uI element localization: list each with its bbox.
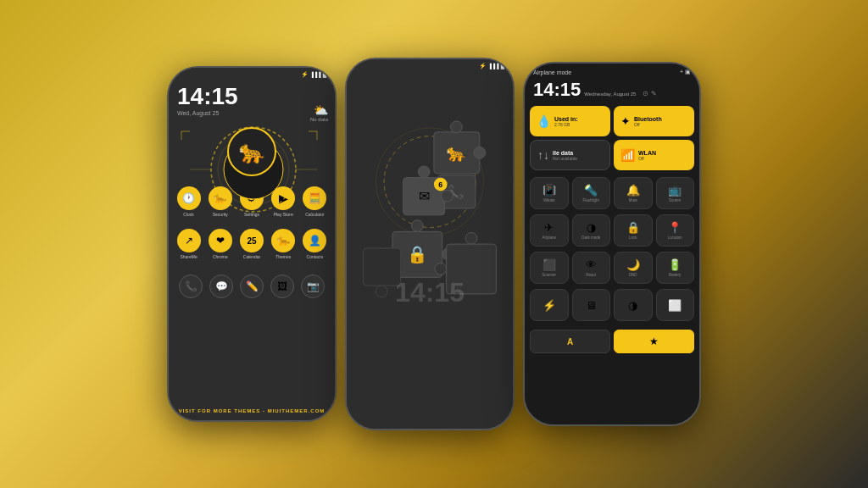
btn-scanner[interactable]: ⬛ Scanner	[530, 252, 569, 284]
btn-cast[interactable]: 🖥	[572, 289, 611, 321]
btn-airplane[interactable]: ✈ Airplane	[530, 214, 569, 247]
screen-label: Screen	[669, 198, 681, 202]
middle-time: 14:15	[347, 277, 513, 308]
tile-wlan-value: Off	[638, 156, 656, 161]
phone-left: ⚡ ▐▐▐ ▓ 14:15 Wed, August 25 ⛅ No data	[167, 66, 337, 422]
scanner-icon: ⬛	[542, 258, 556, 271]
svg-point-18	[442, 190, 453, 202]
left-screen: ⚡ ▐▐▐ ▓ 14:15 Wed, August 25 ⛅ No data	[169, 68, 335, 420]
airplane-icon: ✈	[544, 221, 554, 234]
btn-flashlight[interactable]: 🔦 Flashlight	[572, 177, 611, 209]
right-time-icons: ⊙ ✎	[643, 90, 656, 97]
quick-grid-row1: 📳 Vibrate 🔦 Flashlight 🔔 Mute 📺 Screen	[525, 175, 699, 211]
react-icon: 👁	[586, 258, 597, 271]
location-label: Location	[668, 236, 682, 240]
mid-battery-icon: ▓	[501, 64, 504, 69]
btn-grid[interactable]: ⬜	[656, 289, 695, 321]
tile-mobile-data[interactable]: ↑↓ ile data Not available	[530, 140, 610, 170]
app-chrome[interactable]: ❤ Chrome	[207, 229, 233, 259]
dnd-label: DND	[629, 273, 637, 277]
grid-icon: ⬜	[668, 299, 682, 312]
app-shareme[interactable]: ↗ ShareMe	[175, 229, 202, 259]
location-icon: 📍	[668, 221, 682, 234]
weather-widget: ⛅ No data	[310, 103, 328, 122]
tile-bt-title: Bluetooth	[634, 116, 662, 122]
airplane-mode-label: Airplane mode	[533, 69, 571, 75]
tile-wlan-title: WLAN	[638, 150, 656, 156]
btn-battery[interactable]: 🔋 Battery	[656, 252, 695, 284]
btn-lightning[interactable]: ⚡	[530, 289, 569, 321]
middle-status-bar: ⚡ ▐▐▐ ▓	[347, 59, 513, 71]
lock-label: Lock	[629, 236, 637, 240]
btn-darkmode[interactable]: ◑ Dark mode	[572, 214, 611, 247]
weather-text: No data	[310, 117, 328, 122]
lock-icon: 🔒	[626, 221, 640, 234]
quick-grid-row3: ⬛ Scanner 👁 React 🌙 DND 🔋 Battery	[525, 250, 699, 286]
btn-contrast[interactable]: ◑	[614, 289, 653, 321]
tile-wlan[interactable]: 📶 WLAN Off	[614, 140, 694, 170]
screen-icon: 📺	[668, 184, 682, 197]
darkmode-icon: ◑	[587, 221, 596, 234]
phone-middle: ⚡ ▐▐▐ ▓ 🐆	[345, 58, 515, 430]
dock-gallery[interactable]: 🖼	[270, 274, 294, 298]
bluetooth-icon: ⚡	[301, 71, 309, 78]
left-status-bar: ⚡ ▐▐▐ ▓	[169, 68, 335, 80]
vibrate-label: Vibrate	[543, 198, 555, 202]
bottom-icon-row: ⚡ 🖥 ◑ ⬜	[525, 287, 699, 323]
app-themes[interactable]: 🐆 Themes	[270, 229, 297, 259]
battery-saver-icon: 🔋	[668, 258, 682, 271]
right-time-row: 14:15 Wednesday, August 25 ⊙ ✎	[525, 77, 699, 104]
dock-notes[interactable]: ✏️	[240, 274, 264, 298]
btn-dnd[interactable]: 🌙 DND	[614, 252, 653, 284]
tile-data-value: 2.76 GB	[554, 122, 578, 127]
mid-signal-icon: ▐▐▐	[488, 64, 499, 69]
right-clock: 14:15	[533, 79, 581, 101]
dock-camera[interactable]: 📷	[301, 274, 325, 298]
mobile-data-icon: ↑↓	[537, 148, 549, 162]
dock-messages[interactable]: 💬	[209, 274, 233, 298]
app-calendar[interactable]: 25 Calendar	[238, 229, 264, 259]
contrast-icon: ◑	[628, 299, 637, 312]
bottom-star-icon: ★	[649, 336, 659, 347]
cheetah-logo: 🐆	[238, 139, 265, 165]
bottom-btn-star[interactable]: ★	[614, 330, 694, 353]
bluetooth-icon: ✦	[620, 114, 631, 128]
tile-data-title: Used in:	[554, 116, 578, 122]
tile-bt-value: Off	[634, 122, 662, 127]
btn-vibrate[interactable]: 📳 Vibrate	[530, 177, 569, 209]
right-date: Wednesday, August 25	[584, 92, 636, 97]
wifi-icon: 📶	[620, 148, 635, 162]
tile-data-usage[interactable]: 💧 Used in: 2.76 GB	[530, 106, 610, 136]
btn-screen[interactable]: 📺 Screen	[656, 177, 695, 209]
mute-icon: 🔔	[626, 184, 640, 197]
cast-icon: 🖥	[586, 299, 597, 312]
scanner-label: Scanner	[542, 273, 556, 277]
svg-point-11	[474, 147, 486, 158]
btn-location[interactable]: 📍 Location	[656, 214, 695, 247]
svg-text:🐆: 🐆	[446, 142, 467, 163]
airplane-label: Airplane	[542, 236, 556, 240]
right-header: Airplane mode + ▣	[525, 64, 699, 77]
mute-label: Mute	[629, 198, 637, 202]
darkmode-label: Dark mode	[581, 236, 600, 240]
tile-bluetooth[interactable]: ✦ Bluetooth Off	[614, 106, 694, 136]
svg-text:🔒: 🔒	[407, 244, 428, 264]
mid-bt-icon: ⚡	[479, 63, 487, 69]
btn-mute[interactable]: 🔔 Mute	[614, 177, 653, 209]
react-label: React	[586, 273, 596, 277]
signal-icon: ▐▐▐	[310, 72, 321, 77]
svg-text:✉: ✉	[419, 189, 430, 203]
flashlight-label: Flashlight	[583, 198, 599, 202]
app-contacts[interactable]: 👤 Contacts	[302, 229, 328, 259]
svg-text:6: 6	[438, 180, 442, 189]
btn-lock[interactable]: 🔒 Lock	[614, 214, 653, 247]
watermark: VISIT FOR MORE THEMES - MIUITHEMER.COM	[169, 408, 335, 413]
btn-react[interactable]: 👁 React	[572, 252, 611, 284]
svg-point-23	[411, 220, 423, 232]
puzzle-area: 🐆 📞 ✉	[347, 71, 513, 342]
bottom-btn-a[interactable]: A	[530, 330, 610, 353]
svg-point-28	[465, 232, 477, 244]
dock-phone[interactable]: 📞	[179, 274, 203, 298]
right-screen: Airplane mode + ▣ 14:15 Wednesday, Augus…	[525, 64, 699, 424]
dnd-icon: 🌙	[626, 258, 640, 271]
